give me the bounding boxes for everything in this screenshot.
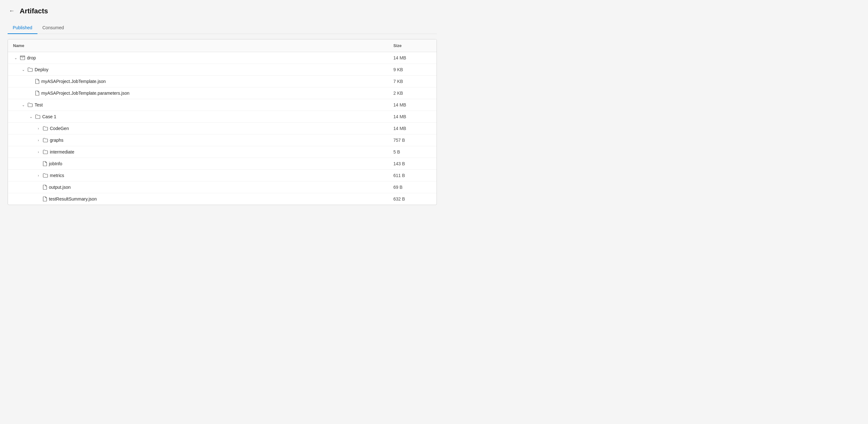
artifacts-table: Name Size ⌄ drop 14 MB ⌄ (8, 39, 437, 205)
row-name-jobinfo: jobInfo (36, 161, 393, 166)
row-size: 14 MB (393, 126, 431, 131)
folder-icon (43, 126, 48, 131)
row-label: testResultSummary.json (49, 196, 97, 201)
table-row: › intermediate 5 B (8, 146, 437, 158)
file-icon (43, 185, 47, 190)
row-label: CodeGen (50, 126, 69, 131)
table-header: Name Size (8, 39, 437, 52)
row-name-output: output.json (36, 185, 393, 190)
spacer (36, 196, 41, 201)
chevron-right-icon[interactable]: › (36, 126, 41, 131)
file-icon (35, 91, 39, 96)
tab-consumed[interactable]: Consumed (37, 22, 69, 34)
row-name-intermediate: › intermediate (36, 149, 393, 154)
table-row: › graphs 757 B (8, 135, 437, 146)
spacer (28, 79, 33, 84)
table-row: myASAProject.JobTemplate.parameters.json… (8, 87, 437, 99)
row-name-file1: myASAProject.JobTemplate.json (28, 79, 393, 84)
row-name-file2: myASAProject.JobTemplate.parameters.json (28, 91, 393, 96)
back-arrow-icon: ← (9, 8, 14, 14)
table-row: › metrics 611 B (8, 170, 437, 181)
row-size: 757 B (393, 138, 431, 143)
row-label: intermediate (50, 149, 74, 154)
table-row: ⌄ Deploy 9 KB (8, 64, 437, 76)
row-name-case1: ⌄ Case 1 (28, 114, 393, 119)
folder-icon (43, 173, 48, 178)
row-name-test: ⌄ Test (21, 102, 393, 107)
row-size: 611 B (393, 173, 431, 178)
back-button[interactable]: ← (8, 6, 16, 16)
chevron-right-icon[interactable]: › (36, 149, 41, 154)
page-title: Artifacts (20, 7, 48, 15)
chevron-down-icon[interactable]: ⌄ (13, 55, 18, 60)
row-label: output.json (49, 185, 71, 190)
folder-icon (43, 150, 48, 154)
chevron-down-icon[interactable]: ⌄ (28, 114, 33, 119)
row-size: 632 B (393, 196, 431, 201)
row-name-metrics: › metrics (36, 173, 393, 178)
row-size: 9 KB (393, 67, 431, 72)
file-icon (43, 161, 47, 166)
row-label: Deploy (35, 67, 49, 72)
row-size: 7 KB (393, 79, 431, 84)
table-row: testResultSummary.json 632 B (8, 193, 437, 205)
row-label: myASAProject.JobTemplate.json (41, 79, 106, 84)
folder-icon (28, 103, 33, 107)
row-size: 14 MB (393, 114, 431, 119)
row-size: 69 B (393, 185, 431, 190)
chevron-right-icon[interactable]: › (36, 173, 41, 178)
table-row: ⌄ Test 14 MB (8, 99, 437, 111)
row-name-deploy: ⌄ Deploy (21, 67, 393, 72)
row-size: 143 B (393, 161, 431, 166)
table-row: myASAProject.JobTemplate.json 7 KB (8, 76, 437, 87)
spacer (36, 185, 41, 190)
row-label: myASAProject.JobTemplate.parameters.json (41, 91, 129, 96)
file-icon (43, 196, 47, 201)
row-label: Test (35, 102, 43, 107)
column-size: Size (393, 43, 431, 48)
row-size: 5 B (393, 149, 431, 154)
row-label: metrics (50, 173, 64, 178)
archive-icon (20, 55, 25, 60)
folder-icon (35, 114, 40, 119)
row-name-graphs: › graphs (36, 138, 393, 143)
row-size: 14 MB (393, 102, 431, 107)
chevron-right-icon[interactable]: › (36, 138, 41, 143)
tabs-container: Published Consumed (8, 22, 437, 34)
chevron-down-icon[interactable]: ⌄ (21, 67, 26, 72)
chevron-down-icon[interactable]: ⌄ (21, 102, 26, 107)
row-label: graphs (50, 138, 63, 143)
row-size: 14 MB (393, 55, 431, 60)
table-row: output.json 69 B (8, 181, 437, 193)
row-name-testresult: testResultSummary.json (36, 196, 393, 201)
row-label: jobInfo (49, 161, 62, 166)
column-name: Name (13, 43, 393, 48)
folder-icon (28, 67, 33, 72)
row-label: drop (27, 55, 36, 60)
row-label: Case 1 (42, 114, 56, 119)
row-name-drop: ⌄ drop (13, 55, 393, 60)
table-row: › CodeGen 14 MB (8, 123, 437, 135)
page-container: ← Artifacts Published Consumed Name Size… (0, 0, 444, 211)
row-name-codegen: › CodeGen (36, 126, 393, 131)
table-row: ⌄ Case 1 14 MB (8, 111, 437, 123)
spacer (36, 161, 41, 166)
svg-rect-0 (20, 57, 25, 60)
table-row: jobInfo 143 B (8, 158, 437, 170)
folder-icon (43, 138, 48, 142)
table-row: ⌄ drop 14 MB (8, 52, 437, 64)
svg-rect-1 (20, 56, 25, 57)
row-size: 2 KB (393, 91, 431, 96)
spacer (28, 91, 33, 96)
tab-published[interactable]: Published (8, 22, 37, 34)
page-header: ← Artifacts (8, 6, 437, 16)
file-icon (35, 79, 39, 84)
